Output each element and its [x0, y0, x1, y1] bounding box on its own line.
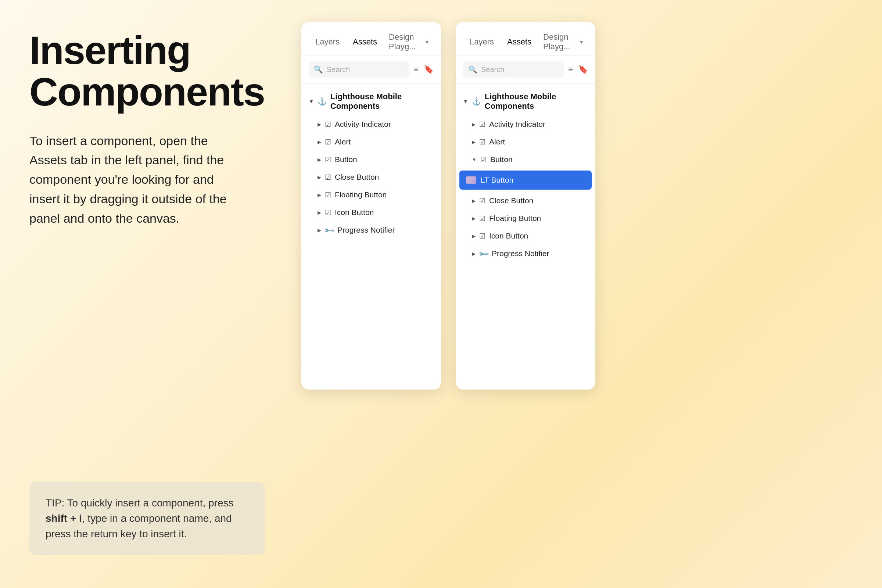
- component-check-icon: ☑: [479, 196, 486, 205]
- item-chevron-icon: ▶: [472, 251, 476, 256]
- list-icon-left[interactable]: ≡: [414, 64, 418, 74]
- component-label: Floating Button: [335, 190, 387, 199]
- list-item[interactable]: ▶ ☑ Activity Indicator: [302, 116, 441, 133]
- tip-box: TIP: To quickly insert a component, pres…: [29, 482, 265, 555]
- list-item[interactable]: ▶ ☑ Close Button: [302, 168, 441, 186]
- component-label: Close Button: [335, 173, 379, 182]
- tab-design-left[interactable]: Design Playg... ▾: [384, 28, 434, 55]
- toolbar-icons-right: ≡ 🔖: [568, 64, 588, 74]
- panels-container: Layers Assets Design Playg... ▾ 🔍 Search…: [302, 22, 596, 390]
- list-item[interactable]: ▶ ☑ Button: [302, 151, 441, 168]
- panel-right-toolbar: 🔍 Search ≡ 🔖: [456, 56, 596, 84]
- panel-left-toolbar: 🔍 Search ≡ 🔖: [302, 56, 441, 84]
- list-item[interactable]: ▼ ☑ Button: [456, 151, 596, 168]
- item-chevron-icon: ▶: [318, 122, 321, 127]
- component-label: Activity Indicator: [335, 120, 391, 129]
- panel-left-body: ▼ ⚓ Lighthouse Mobile Components ▶ ☑ Act…: [302, 84, 441, 390]
- list-item[interactable]: ▶ ☑ Close Button: [456, 192, 596, 210]
- component-check-icon: ☑: [325, 208, 331, 217]
- item-chevron-icon: ▶: [318, 175, 321, 180]
- wrench-icon: 🔧: [477, 248, 489, 260]
- component-check-icon: ☑: [479, 232, 486, 240]
- search-bar-right[interactable]: 🔍 Search: [463, 62, 564, 78]
- list-icon-right[interactable]: ≡: [568, 64, 573, 74]
- tab-layers-right[interactable]: Layers: [463, 33, 501, 50]
- list-item[interactable]: ▶ ☑ Icon Button: [302, 204, 441, 221]
- section-title-right: Lighthouse Mobile Components: [485, 92, 588, 111]
- component-check-icon: ☑: [325, 156, 331, 164]
- chevron-down-icon: ▾: [580, 39, 583, 46]
- list-item[interactable]: ▶ ☑ Icon Button: [456, 227, 596, 245]
- item-chevron-icon: ▶: [472, 139, 476, 145]
- component-label: Progress Notifier: [492, 249, 549, 258]
- section-title-left: Lighthouse Mobile Components: [330, 92, 434, 111]
- panel-right-body: ▼ ⚓ Lighthouse Mobile Components ▶ ☑ Act…: [456, 84, 596, 390]
- list-item[interactable]: ▶ ☑ Alert: [456, 133, 596, 151]
- item-chevron-icon: ▶: [318, 157, 321, 162]
- component-label: Alert: [489, 138, 505, 146]
- component-check-icon: ☑: [325, 173, 331, 182]
- component-check-icon: ☑: [480, 156, 487, 164]
- item-chevron-icon: ▶: [318, 210, 321, 215]
- component-label: Floating Button: [489, 214, 541, 223]
- section-header-right[interactable]: ▼ ⚓ Lighthouse Mobile Components: [456, 87, 596, 116]
- component-label: Activity Indicator: [489, 120, 545, 129]
- component-check-icon: ☑: [325, 138, 331, 146]
- item-chevron-icon: ▶: [472, 216, 476, 221]
- main-content: Inserting Components To insert a compone…: [29, 29, 286, 228]
- item-chevron-icon: ▶: [318, 192, 321, 198]
- page-title: Inserting Components: [29, 29, 286, 113]
- tab-layers-left[interactable]: Layers: [309, 33, 346, 50]
- item-chevron-icon: ▶: [472, 198, 476, 204]
- component-label: Button: [335, 155, 357, 164]
- tab-assets-left[interactable]: Assets: [346, 33, 384, 50]
- component-check-icon: ☑: [479, 120, 486, 129]
- list-item[interactable]: ▶ ☑ Floating Button: [456, 210, 596, 227]
- component-check-icon: ☑: [325, 120, 331, 129]
- component-check-icon: ☑: [479, 214, 486, 223]
- chevron-down-icon: ▾: [426, 39, 429, 46]
- lt-button-item[interactable]: LT Button: [459, 171, 592, 190]
- list-item[interactable]: ▶ ☑ Alert: [302, 133, 441, 151]
- panel-left-tabs: Layers Assets Design Playg... ▾: [302, 22, 441, 56]
- item-chevron-icon: ▶: [472, 233, 476, 239]
- list-item[interactable]: ▶ 🔧 Progress Notifier: [302, 221, 441, 239]
- anchor-icon-right: ⚓: [472, 97, 481, 106]
- component-label: Alert: [335, 138, 351, 146]
- search-icon-left: 🔍: [314, 65, 323, 74]
- tip-text: TIP: To quickly insert a component, pres…: [46, 495, 248, 542]
- list-item[interactable]: ▶ ☑ Floating Button: [302, 186, 441, 204]
- panel-left: Layers Assets Design Playg... ▾ 🔍 Search…: [302, 22, 441, 390]
- list-item[interactable]: ▶ 🔧 Progress Notifier: [456, 245, 596, 262]
- component-check-icon: ☑: [325, 191, 331, 199]
- anchor-icon-left: ⚓: [318, 97, 327, 106]
- section-chevron-right: ▼: [463, 99, 468, 104]
- lt-button-thumbnail: [466, 176, 476, 184]
- component-label: Progress Notifier: [338, 226, 395, 234]
- item-chevron-icon: ▼: [472, 157, 477, 162]
- description-text: To insert a component, open the Assets t…: [29, 131, 243, 228]
- component-label: Icon Button: [489, 231, 528, 240]
- panel-right-tabs: Layers Assets Design Playg... ▾: [456, 22, 596, 56]
- list-item[interactable]: ▶ ☑ Activity Indicator: [456, 116, 596, 133]
- panel-right: Layers Assets Design Playg... ▾ 🔍 Search…: [456, 22, 596, 390]
- bookmark-icon-left[interactable]: 🔖: [424, 64, 434, 74]
- section-header-left[interactable]: ▼ ⚓ Lighthouse Mobile Components: [302, 87, 441, 116]
- component-check-icon: ☑: [479, 138, 486, 146]
- bookmark-icon-right[interactable]: 🔖: [578, 64, 588, 74]
- item-chevron-icon: ▶: [318, 228, 321, 233]
- item-chevron-icon: ▶: [472, 122, 476, 127]
- search-placeholder-right: Search: [481, 65, 504, 74]
- component-label: Close Button: [489, 196, 533, 205]
- section-chevron-left: ▼: [309, 99, 314, 104]
- tab-design-right[interactable]: Design Playg... ▾: [538, 28, 588, 55]
- lt-button-label: LT Button: [481, 176, 513, 184]
- toolbar-icons-left: ≡ 🔖: [414, 64, 434, 74]
- component-label: Icon Button: [335, 208, 374, 217]
- tab-assets-right[interactable]: Assets: [501, 33, 538, 50]
- search-icon-right: 🔍: [468, 65, 477, 74]
- item-chevron-icon: ▶: [318, 139, 321, 145]
- wrench-icon: 🔧: [323, 224, 335, 236]
- search-placeholder-left: Search: [327, 65, 350, 74]
- search-bar-left[interactable]: 🔍 Search: [309, 62, 410, 78]
